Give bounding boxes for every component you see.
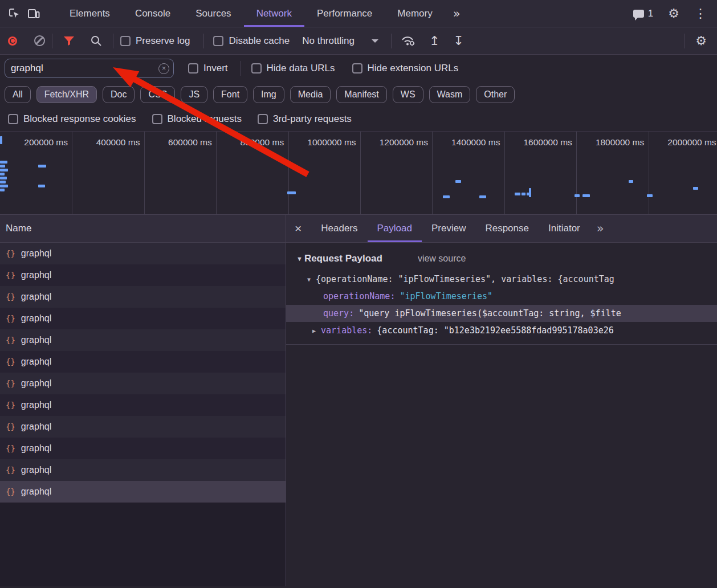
request-row[interactable]: {}graphql (0, 286, 286, 308)
request-row[interactable]: {}graphql (0, 394, 286, 416)
throttling-select[interactable]: No throttling (302, 35, 378, 47)
tab-performance[interactable]: Performance (304, 0, 385, 27)
filter-chip-doc[interactable]: Doc (103, 86, 135, 103)
filter-chip-fetch-xhr[interactable]: Fetch/XHR (36, 86, 97, 103)
filter-chip-manifest[interactable]: Manifest (336, 86, 386, 103)
option-3rd-party-requests: 3rd-party requests (258, 113, 352, 125)
hide-extension-urls-checkbox[interactable] (352, 63, 362, 74)
filter-input[interactable] (5, 59, 174, 78)
request-row[interactable]: {}graphql (0, 481, 286, 503)
collapse-triangle-icon[interactable]: ▼ (296, 255, 303, 262)
filter-row: × Invert Hide data URLs Hide extension U… (0, 55, 717, 81)
collapse-triangle-icon[interactable]: ▼ (307, 276, 311, 283)
option-checkbox-blocked-requests[interactable] (152, 114, 162, 124)
request-name: graphql (21, 335, 51, 345)
overflow-menu-icon[interactable]: ⋮ (694, 6, 707, 21)
request-row[interactable]: {}graphql (0, 329, 286, 351)
request-row[interactable]: {}graphql (0, 459, 286, 481)
request-row[interactable]: {}graphql (0, 243, 286, 264)
expand-triangle-icon[interactable]: ▶ (312, 328, 316, 334)
timeline-gridline (649, 132, 649, 214)
issues-indicator[interactable]: 1 (633, 8, 653, 19)
filter-chip-media[interactable]: Media (290, 86, 331, 103)
type-filter-chips: AllFetch/XHRDocCSSJSFontImgMediaManifest… (0, 81, 717, 107)
more-detail-tabs-icon[interactable]: » (590, 215, 611, 242)
request-row[interactable]: {}graphql (0, 351, 286, 373)
tab-memory[interactable]: Memory (385, 0, 445, 27)
request-name: graphql (21, 270, 51, 280)
option-checkbox-3rd-party-requests[interactable] (258, 114, 268, 124)
detail-tab-initiator[interactable]: Initiator (539, 215, 590, 242)
request-name: graphql (21, 313, 51, 324)
inspect-element-icon[interactable] (5, 4, 24, 23)
payload-row-variables[interactable]: ▶ variables: {accountTag: "b12e3b2192ee5… (286, 322, 717, 339)
close-details-icon[interactable]: × (286, 215, 311, 242)
request-row[interactable]: {}graphql (0, 308, 286, 329)
payload-row-query[interactable]: query: "query ipFlowTimeseries($accountT… (286, 305, 717, 322)
import-har-icon[interactable]: ↥ (429, 34, 439, 48)
json-key: variables: (321, 325, 372, 336)
detail-tab-payload[interactable]: Payload (368, 215, 422, 242)
timeline-label: 400000 ms (72, 137, 144, 148)
view-source-link[interactable]: view source (418, 254, 466, 264)
filter-chip-other[interactable]: Other (476, 86, 515, 103)
json-braces-icon: {} (6, 422, 15, 431)
filter-funnel-icon[interactable] (59, 31, 79, 51)
settings-gear-icon[interactable]: ⚙ (668, 6, 679, 21)
detail-tab-response[interactable]: Response (475, 215, 539, 242)
search-icon[interactable] (87, 31, 106, 51)
option-blocked-response-cookies: Blocked response cookies (8, 113, 136, 125)
device-toolbar-icon[interactable] (24, 4, 43, 23)
invert-checkbox[interactable] (188, 63, 198, 74)
option-checkbox-blocked-response-cookies[interactable] (8, 114, 18, 124)
timeline-label: 800000 ms (216, 137, 288, 148)
waterfall-mark (629, 180, 633, 183)
invert-option: Invert (188, 63, 228, 74)
request-row[interactable]: {}graphql (0, 264, 286, 286)
request-list-header[interactable]: Name (0, 215, 286, 243)
network-settings-gear-icon[interactable]: ⚙ (695, 34, 707, 48)
preserve-log-checkbox[interactable] (120, 36, 131, 46)
filter-chip-all[interactable]: All (5, 86, 31, 103)
request-name: graphql (21, 400, 51, 410)
tab-sources[interactable]: Sources (183, 0, 243, 27)
tab-console[interactable]: Console (123, 0, 183, 27)
payload-summary-row[interactable]: ▼ {operationName: "ipFlowTimeseries", va… (286, 271, 717, 288)
clear-filter-icon[interactable]: × (158, 63, 169, 74)
network-conditions-icon[interactable] (398, 31, 418, 51)
json-braces-icon: {} (6, 401, 15, 410)
filter-chip-js[interactable]: JS (181, 86, 207, 103)
waterfall-mark (575, 194, 580, 197)
request-payload-section: ▼ Request Payload view source (286, 250, 717, 267)
tab-network[interactable]: Network (244, 0, 304, 27)
invert-label: Invert (203, 63, 228, 74)
filter-chip-font[interactable]: Font (213, 86, 247, 103)
hide-data-urls-checkbox[interactable] (251, 63, 262, 74)
filter-chip-ws[interactable]: WS (393, 86, 423, 103)
waterfall-mark (693, 187, 698, 190)
throttling-value: No throttling (302, 35, 355, 47)
request-row[interactable]: {}graphql (0, 373, 286, 394)
waterfall-mark (0, 173, 5, 175)
waterfall-mark (0, 169, 8, 172)
filter-chip-wasm[interactable]: Wasm (429, 86, 471, 103)
request-row[interactable]: {}graphql (0, 416, 286, 438)
payload-row-operation-name[interactable]: operationName: "ipFlowTimeseries" (286, 288, 717, 305)
detail-tab-headers[interactable]: Headers (311, 215, 367, 242)
filter-chip-css[interactable]: CSS (140, 86, 175, 103)
timeline-gridline (72, 132, 72, 214)
filter-chip-img[interactable]: Img (253, 86, 284, 103)
export-har-icon[interactable]: ↧ (453, 34, 463, 48)
request-name: graphql (21, 443, 51, 454)
tab-elements[interactable]: Elements (57, 0, 123, 27)
request-row[interactable]: {}graphql (0, 438, 286, 459)
detail-tab-preview[interactable]: Preview (422, 215, 475, 242)
clear-network-log-icon[interactable] (34, 35, 45, 46)
divider (241, 61, 241, 76)
divider (113, 34, 113, 48)
timeline-overview[interactable]: 200000 ms400000 ms600000 ms800000 ms1000… (0, 131, 717, 215)
record-network-log-icon[interactable] (8, 36, 17, 46)
disable-cache-checkbox[interactable] (213, 36, 223, 46)
more-tabs-icon[interactable]: » (445, 0, 469, 27)
option-label-blocked-response-cookies: Blocked response cookies (23, 113, 136, 125)
